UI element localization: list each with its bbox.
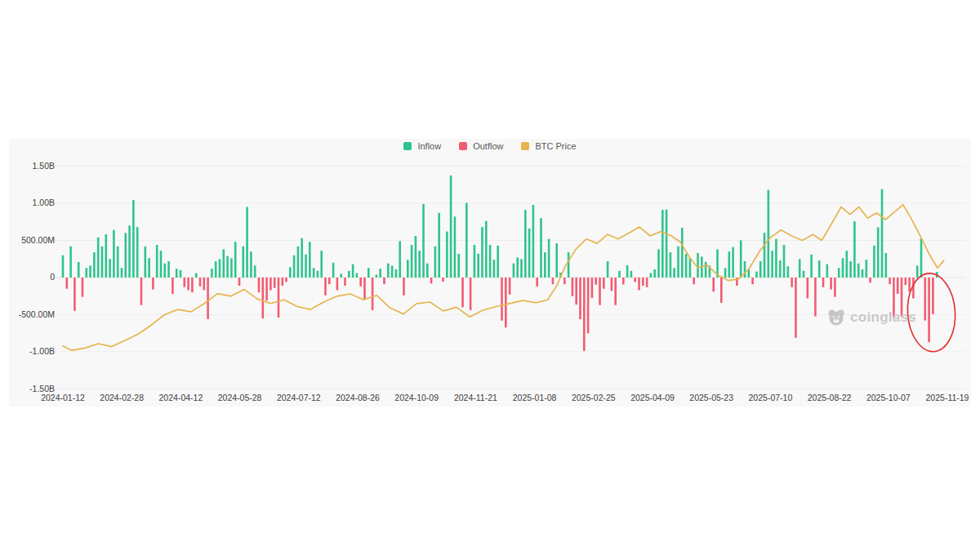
inflow-bar [395, 269, 398, 278]
outflow-bar [905, 278, 907, 285]
inflow-bar [885, 253, 888, 278]
inflow-bar [223, 249, 225, 278]
inflow-bar [297, 247, 300, 278]
inflow-bar [78, 262, 80, 278]
inflow-bar [555, 243, 558, 278]
outflow-bar [191, 278, 194, 292]
y-tick-label: 1.50B [9, 161, 55, 171]
inflow-bar [657, 249, 660, 278]
inflow-bar [167, 261, 170, 278]
outflow-bar [282, 278, 284, 286]
outflow-bar [834, 278, 836, 297]
outflow-bar [430, 278, 433, 283]
inflow-bar [755, 272, 758, 278]
inflow-bar [853, 221, 856, 278]
inflow-bar [450, 176, 452, 278]
outflow-bar [889, 278, 891, 284]
inflow-bar [376, 274, 378, 278]
inflow-bar [293, 256, 296, 278]
inflow-bar [105, 234, 108, 278]
inflow-bar [618, 271, 621, 278]
outflow-bar [642, 278, 644, 286]
inflow-bar [497, 246, 499, 278]
inflow-bar [289, 267, 292, 278]
inflow-bar [454, 216, 457, 278]
outflow-bar [646, 278, 648, 287]
chart-panel: Inflow Outflow BTC Price 1.50B1.00B500.0… [9, 139, 971, 407]
inflow-bar [568, 252, 570, 278]
outflow-bar [912, 278, 915, 299]
inflow-bar [697, 253, 699, 278]
inflow-bar [407, 260, 409, 278]
outflow-bar [207, 278, 209, 319]
outflow-bar [575, 278, 577, 304]
y-tick-label: -1.50B [9, 384, 55, 393]
outflow-bar [274, 278, 276, 288]
inflow-bar [516, 257, 519, 278]
inflow-bar [689, 258, 692, 278]
inflow-bar [368, 268, 370, 278]
inflow-bar [474, 245, 476, 278]
y-tick-label: 1.00B [9, 198, 55, 207]
inflow-bar [446, 232, 448, 278]
outflow-bar [579, 278, 581, 319]
inflow-bar [670, 252, 672, 278]
outflow-bar [442, 278, 444, 282]
inflow-bar [485, 221, 488, 278]
inflow-bar [799, 259, 801, 278]
inflow-bar [783, 245, 786, 278]
inflow-bar [211, 269, 213, 278]
outflow-bar [82, 278, 84, 297]
outflow-bar [908, 278, 911, 291]
inflow-bar [920, 238, 923, 278]
inflow-bar [125, 233, 127, 278]
inflow-bar [180, 270, 182, 278]
inflow-bar [481, 227, 483, 278]
inflow-bar [148, 258, 150, 278]
outflow-bar [184, 278, 186, 287]
inflow-bar [881, 189, 884, 278]
inflow-bar [477, 254, 479, 278]
outflow-bar [572, 278, 574, 296]
inflow-bar [877, 228, 880, 278]
outflow-bar [501, 278, 503, 321]
inflow-bar [411, 245, 413, 278]
outflow-bar [324, 278, 327, 295]
outflow-bar [270, 278, 272, 291]
outflow-bar [869, 278, 871, 282]
outflow-bar [611, 278, 613, 291]
outflow-bar [830, 278, 832, 290]
inflow-bar [685, 254, 688, 278]
outflow-bar [172, 278, 174, 294]
inflow-bar [422, 204, 425, 278]
inflow-bar [164, 264, 167, 278]
outflow-bar [461, 278, 464, 307]
watermark-text: coinglass [850, 309, 916, 326]
outflow-bar [634, 278, 636, 282]
outflow-bar [336, 278, 339, 291]
inflow-bar [740, 240, 742, 278]
inflow-bar [97, 238, 100, 278]
outflow-bar [552, 278, 555, 284]
inflow-bar [768, 190, 770, 278]
outflow-bar [505, 278, 507, 327]
outflow-bar [932, 278, 934, 314]
outflow-bar [807, 278, 809, 299]
inflow-bar [387, 264, 390, 278]
inflow-bar [771, 251, 773, 278]
inflow-bar [607, 261, 609, 278]
inflow-bar [732, 247, 734, 278]
outflow-bar [66, 278, 69, 289]
inflow-bar [101, 247, 104, 278]
inflow-bar [391, 265, 394, 278]
outflow-bar [203, 278, 206, 291]
inflow-bar [356, 273, 359, 278]
inflow-bar [548, 239, 550, 278]
outflow-bar [814, 278, 817, 317]
inflow-bar [250, 251, 252, 278]
inflow-bar [650, 273, 653, 278]
outflow-bar [822, 278, 825, 287]
chart-canvas [9, 139, 971, 407]
outflow-bar [591, 278, 594, 298]
inflow-bar [858, 264, 860, 278]
